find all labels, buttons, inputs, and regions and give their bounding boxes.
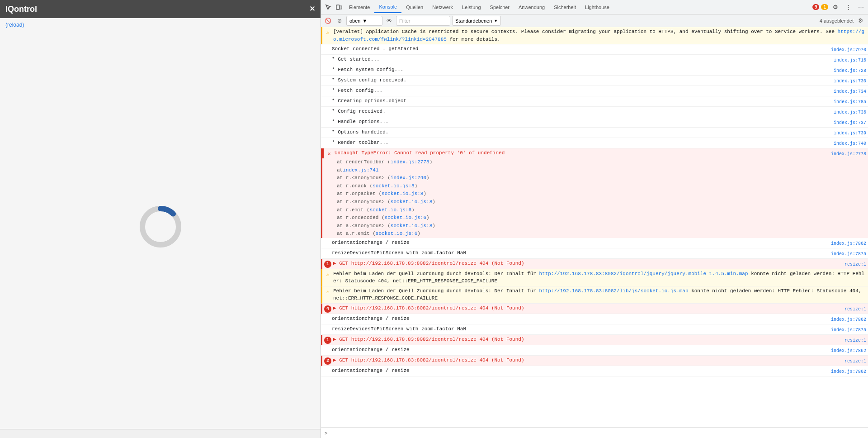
stack-link[interactable]: socket.io.js:8 (373, 182, 414, 190)
log-source[interactable]: index.js:716 (834, 57, 866, 64)
log-content: * Handle options... (332, 118, 830, 126)
log-source[interactable]: resize:1 (844, 261, 866, 268)
log-source[interactable]: index.js:7970 (831, 47, 866, 53)
log-source[interactable]: resize:1 (844, 358, 866, 365)
info-icon (323, 98, 330, 105)
dock-icon[interactable]: ⋮ (843, 2, 854, 13)
more-icon[interactable]: ⋯ (855, 2, 866, 13)
log-source[interactable]: index.js:785 (834, 99, 866, 105)
log-source[interactable]: index.js:728 (834, 67, 866, 74)
log-source[interactable]: index.js:2778 (831, 151, 866, 157)
log-link[interactable]: http://192.168.178.83:8082/iqontrol/resi… (351, 357, 476, 363)
log-content: ▶ GET http://192.168.178.83:8082/iqontro… (333, 260, 841, 267)
log-source[interactable]: index.js:7875 (831, 251, 866, 257)
log-error-block: ✕ Uncaught TypeError: Cannot read proper… (321, 148, 868, 238)
tab-security[interactable]: Sicherheit (549, 2, 580, 13)
log-content: ▶ GET http://192.168.178.83:8082/iqontro… (333, 336, 841, 343)
tab-performance[interactable]: Leistung (458, 2, 486, 13)
log-source[interactable]: index.js:734 (834, 88, 866, 95)
context-dropdown-icon: ▼ (362, 18, 367, 24)
console-filter-input[interactable]: Filter (396, 16, 450, 26)
reload-link[interactable]: (reload) (5, 22, 24, 28)
log-content: Socket connected - getStarted (332, 45, 827, 53)
stack-link[interactable]: index.js:2778 (391, 158, 429, 167)
log-content: * Creating options-object (332, 97, 830, 105)
log-entry: 1 ▶ GET http://192.168.178.83:8082/iqont… (321, 335, 868, 345)
console-hidden-count: 4 ausgeblendet ⚙ (820, 15, 866, 26)
stack-trace: at renderToolbar (index.js:2778) at inde… (322, 158, 868, 238)
log-content: orientationchange / resize (332, 367, 827, 375)
log-source[interactable]: index.js:7862 (831, 316, 866, 323)
log-source[interactable]: index.js:730 (834, 78, 866, 85)
log-content: orientationchange / resize (332, 346, 827, 354)
stack-link[interactable]: index.js:741 (343, 167, 378, 175)
tab-application[interactable]: Anwendung (514, 2, 549, 13)
console-clear-btn[interactable]: 🚫 (323, 16, 333, 26)
log-source[interactable]: resize:1 (844, 306, 866, 313)
console-log: ⚠ [Veraltet] Application Cache is restri… (321, 27, 868, 427)
stack-link[interactable]: socket.io.js:8 (382, 190, 423, 198)
log-source[interactable]: index.js:739 (834, 130, 866, 137)
log-content: ▶ GET http://192.168.178.83:8082/iqontro… (333, 357, 841, 364)
tab-console[interactable]: Konsole (374, 1, 401, 13)
device-icon[interactable] (334, 2, 344, 13)
tab-sources[interactable]: Quellen (401, 2, 428, 13)
log-source[interactable]: resize:1 (844, 337, 866, 344)
log-entry: * Render toolbar... index.js:740 (321, 138, 868, 148)
log-link[interactable]: http://192.168.178.83:8082/iqontrol/resi… (351, 337, 476, 342)
log-content: ▶ GET http://192.168.178.83:8082/iqontro… (333, 305, 841, 312)
warning-icon: ⚠ (324, 29, 331, 36)
warning-icon: ⚠ (324, 288, 331, 295)
log-source[interactable]: index.js:7862 (831, 368, 866, 375)
log-link[interactable]: http://192.168.178.83:8082/iqontrol/jque… (539, 271, 748, 276)
stack-link[interactable]: socket.io.js:6 (376, 230, 417, 238)
log-source[interactable]: index.js:736 (834, 109, 866, 116)
log-entry: orientationchange / resize index.js:7862 (321, 238, 868, 248)
tab-network[interactable]: Netzwerk (428, 2, 458, 13)
log-source[interactable]: index.js:7862 (831, 348, 866, 354)
log-link[interactable]: http://192.168.178.83:8082/iqontrol/resi… (351, 305, 476, 311)
stack-link[interactable]: socket.io.js:8 (391, 198, 432, 206)
stack-link[interactable]: index.js:790 (391, 174, 426, 182)
info-icon (323, 67, 330, 74)
error-icon: ✕ (326, 150, 333, 157)
tab-elements[interactable]: Elemente (344, 2, 374, 13)
log-source[interactable]: index.js:7875 (831, 327, 866, 333)
log-entry: 1 ▶ GET http://192.168.178.83:8082/iqont… (321, 259, 868, 269)
hidden-count-label: 4 ausgeblendet (820, 18, 854, 24)
filter-placeholder: Filter (399, 18, 410, 24)
log-source[interactable]: index.js:7862 (831, 240, 866, 247)
log-entry: orientationchange / resize index.js:7862 (321, 314, 868, 324)
console-eye-btn[interactable]: 👁 (384, 16, 394, 26)
console-block-btn[interactable]: ⊘ (335, 16, 344, 26)
settings-icon[interactable]: ⚙ (830, 2, 841, 13)
stack-link[interactable]: socket.io.js:6 (385, 214, 426, 222)
log-content: * Get started... (332, 56, 830, 63)
log-entry: * Creating options-object index.js:785 (321, 96, 868, 107)
tab-memory[interactable]: Speicher (486, 2, 514, 13)
stack-link[interactable]: socket.io.js:6 (370, 206, 411, 214)
log-content: * Render toolbar... (332, 139, 830, 147)
console-context-dropdown[interactable]: oben ▼ (346, 16, 382, 26)
app-content: (reload) (0, 18, 321, 429)
log-content: * Fetch config... (332, 87, 830, 95)
stack-link[interactable]: socket.io.js:8 (391, 222, 432, 230)
info-icon (323, 57, 330, 64)
log-link[interactable]: http://192.168.178.83:8082/lib/js/socket… (539, 288, 688, 294)
inspect-icon[interactable] (323, 2, 334, 13)
levels-arrow-icon: ▼ (494, 19, 498, 23)
close-button[interactable]: ✕ (309, 5, 315, 13)
console-input[interactable] (330, 430, 864, 436)
log-source[interactable]: index.js:740 (834, 140, 866, 147)
devtools-panel: Elemente Konsole Quellen Netzwerk Leistu… (321, 0, 868, 438)
app-title-bar: iQontrol ✕ (0, 0, 321, 18)
log-source[interactable]: index.js:737 (834, 119, 866, 126)
log-content: Fehler beim Laden der Quell Zuordnung du… (333, 287, 866, 302)
tab-lighthouse[interactable]: Lighthouse (580, 2, 614, 13)
console-levels-dropdown[interactable]: Standardebenen ▼ (452, 16, 501, 26)
log-entry: Socket connected - getStarted index.js:7… (321, 44, 868, 55)
log-link[interactable]: http://192.168.178.83:8082/iqontrol/resi… (351, 261, 476, 266)
log-entry: orientationchange / resize index.js:7862 (321, 366, 868, 376)
log-link[interactable]: https://go.microsoft.com/fwlink/?linkid=… (333, 29, 864, 42)
hidden-settings-icon[interactable]: ⚙ (855, 15, 866, 26)
